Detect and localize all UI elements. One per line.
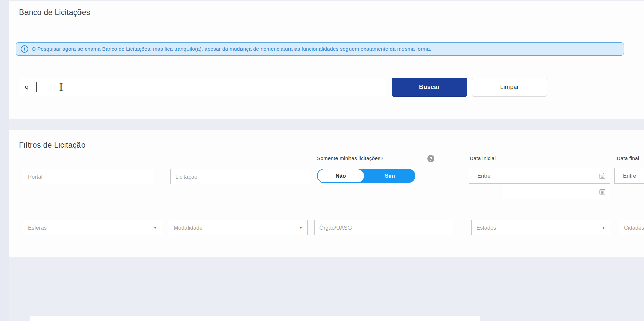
orgao-uasg-input[interactable] (314, 220, 453, 235)
banco-licitacoes-page: Banco de Licitações i O Pesquisar agora … (0, 0, 644, 321)
cidades-input[interactable] (619, 220, 644, 235)
search-card: Banco de Licitações i O Pesquisar agora … (9, 1, 644, 119)
toggle-option-nao[interactable]: Não (317, 169, 365, 183)
modalidade-placeholder: Modalidade (174, 224, 202, 231)
data-inicial-from-input[interactable] (501, 168, 610, 184)
chevron-down-icon: ▼ (153, 226, 157, 230)
input-separator (594, 171, 594, 181)
chevron-down-icon: ▼ (299, 226, 303, 230)
toggle-label: Somente minhas licitações? (317, 155, 383, 162)
limpar-button[interactable]: Limpar (472, 78, 547, 97)
toggle-option-sim[interactable]: Sim (365, 169, 415, 183)
page-title: Banco de Licitações (19, 8, 90, 17)
search-input[interactable] (19, 78, 385, 96)
data-final-label: Data final (616, 155, 639, 162)
esferas-select[interactable]: Esferas ▼ (23, 220, 162, 235)
title-divider (16, 31, 644, 31)
modalidade-select[interactable]: Modalidade ▼ (169, 220, 308, 235)
licitacao-input[interactable] (170, 169, 310, 184)
somente-minhas-toggle[interactable]: Não Sim (317, 169, 415, 183)
buscar-button[interactable]: Buscar (392, 78, 467, 97)
calendar-icon[interactable] (599, 173, 606, 179)
esferas-placeholder: Esferas (28, 224, 47, 231)
data-inicial-label: Data inicial (470, 155, 496, 162)
left-gutter (0, 0, 9, 321)
portal-input[interactable] (23, 169, 153, 184)
input-separator (594, 187, 594, 196)
rename-info-alert: i O Pesquisar agora se chama Banco de Li… (16, 42, 624, 56)
info-circle-icon: i (21, 45, 28, 53)
bottom-white-strip (30, 316, 480, 321)
filters-title: Filtros de Licitação (19, 141, 86, 150)
filters-card: Filtros de Licitação Somente minhas lici… (9, 130, 644, 257)
help-icon[interactable]: ? (427, 155, 434, 162)
estados-select[interactable]: Estados ▼ (471, 220, 610, 235)
alert-message: O Pesquisar agora se chama Banco de Lici… (32, 46, 431, 52)
chevron-down-icon: ▼ (602, 226, 605, 230)
estados-placeholder: Estados (476, 224, 496, 231)
ibeam-mouse-cursor: I (59, 81, 63, 93)
text-caret (36, 82, 37, 92)
data-inicial-to-input[interactable] (503, 183, 610, 199)
data-final-operator[interactable]: Entre (614, 168, 644, 184)
calendar-icon[interactable] (599, 188, 606, 195)
data-inicial-operator[interactable]: Entre (469, 168, 501, 184)
